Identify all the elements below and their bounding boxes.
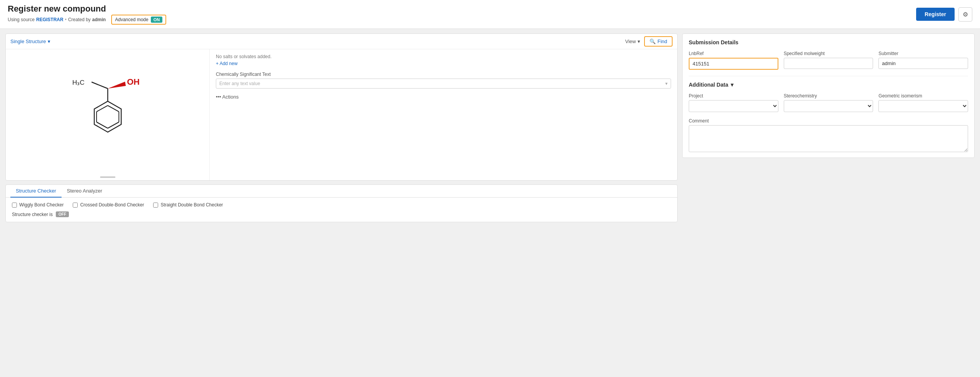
checker-options: Wiggly Bond Checker Crossed Double-Bond … — [12, 202, 671, 208]
chem-text-label: Chemically Significant Text — [216, 72, 671, 77]
additional-data-row1: Project Stereochemistry Geometric isomer… — [689, 93, 968, 112]
advanced-mode-label: Advanced mode — [115, 17, 149, 22]
chevron-down-icon-additional: ▾ — [731, 82, 733, 88]
additional-data-title: Additional Data — [689, 82, 728, 88]
svg-line-2 — [108, 122, 119, 128]
top-bar: Register new compound Using source REGIS… — [0, 0, 980, 29]
left-panel: Single Structure ▾ View ▾ 🔍 Find — [5, 34, 678, 222]
structure-drawing[interactable]: OH H₃C — [6, 49, 210, 180]
geometric-isomerism-field: Geometric isomerism — [878, 93, 968, 112]
advanced-mode-toggle[interactable]: ON — [151, 17, 163, 23]
straight-double-bond-checker-label: Straight Double Bond Checker — [160, 202, 223, 208]
crossed-double-bond-checker-option[interactable]: Crossed Double-Bond Checker — [73, 202, 144, 208]
wiggly-bond-checker-label: Wiggly Bond Checker — [19, 202, 63, 208]
tab-stereo-analyzer[interactable]: Stereo Analyzer — [62, 185, 108, 198]
main-content: Single Structure ▾ View ▾ 🔍 Find — [0, 29, 980, 227]
crossed-double-bond-checker-label: Crossed Double-Bond Checker — [80, 202, 144, 208]
actions-row[interactable]: ••• Actions — [216, 94, 671, 100]
scrollbar-handle — [100, 176, 115, 178]
svg-text:OH: OH — [127, 77, 140, 87]
view-label: View — [625, 39, 636, 44]
specified-molweight-field: Specified molweight — [784, 51, 873, 70]
project-select[interactable] — [689, 100, 778, 112]
stereochemistry-field: Stereochemistry — [784, 93, 873, 112]
chem-text-dropdown[interactable]: Enter any text value ▾ — [216, 79, 671, 89]
lnbref-field: LnbRef — [689, 51, 778, 70]
advanced-mode-badge[interactable]: Advanced mode ON — [111, 15, 166, 25]
svg-marker-8 — [108, 82, 126, 89]
lnbref-label: LnbRef — [689, 51, 778, 56]
comment-label: Comment — [689, 118, 968, 124]
top-bar-right: Register ⚙ — [916, 7, 972, 22]
structure-type-label: Single Structure — [10, 39, 46, 44]
settings-button[interactable]: ⚙ — [958, 7, 972, 22]
add-new-link[interactable]: + Add new — [216, 61, 671, 66]
tab-stereo-analyzer-label: Stereo Analyzer — [67, 188, 102, 194]
find-label: Find — [658, 39, 667, 44]
project-label: Project — [689, 93, 778, 99]
specified-molweight-input[interactable] — [784, 58, 873, 69]
stereochemistry-label: Stereochemistry — [784, 93, 873, 99]
structure-type-button[interactable]: Single Structure ▾ — [10, 39, 50, 44]
bottom-panel: Structure Checker Stereo Analyzer Wiggly… — [5, 184, 678, 222]
wiggly-bond-checker-option[interactable]: Wiggly Bond Checker — [12, 202, 63, 208]
structure-card-header: Single Structure ▾ View ▾ 🔍 Find — [6, 34, 677, 49]
checker-footer: Structure checker is OFF — [12, 211, 671, 217]
straight-double-bond-checker-option[interactable]: Straight Double Bond Checker — [153, 202, 223, 208]
comment-field: Comment — [689, 118, 968, 152]
user-name: admin — [92, 17, 106, 22]
checker-content: Wiggly Bond Checker Crossed Double-Bond … — [6, 198, 677, 222]
additional-data-header[interactable]: Additional Data ▾ — [689, 82, 968, 88]
add-new-label: + Add new — [216, 61, 237, 66]
svg-line-10 — [92, 82, 108, 89]
actions-label: ••• Actions — [216, 94, 239, 100]
source-name[interactable]: REGISTRAR — [36, 17, 63, 22]
using-source-label: Using source — [8, 17, 35, 22]
no-salts-text: No salts or solvates added. — [216, 54, 671, 59]
tab-structure-checker[interactable]: Structure Checker — [10, 185, 62, 198]
stereochemistry-select[interactable] — [784, 100, 873, 112]
page-title: Register new compound — [8, 4, 166, 14]
geometric-isomerism-select[interactable] — [878, 100, 968, 112]
svg-line-1 — [97, 122, 108, 128]
tabs-row: Structure Checker Stereo Analyzer — [6, 185, 677, 198]
submitter-label: Submitter — [878, 51, 968, 56]
gear-icon: ⚙ — [963, 11, 968, 18]
comment-textarea[interactable] — [689, 125, 968, 152]
submission-details-row: LnbRef Specified molweight Submitter — [689, 51, 968, 70]
structure-checker-state-toggle[interactable]: OFF — [56, 211, 69, 217]
specified-molweight-label: Specified molweight — [784, 51, 873, 56]
submitter-input[interactable] — [878, 58, 968, 69]
structure-card: Single Structure ▾ View ▾ 🔍 Find — [5, 34, 678, 181]
divider — [689, 76, 968, 76]
chem-text-placeholder: Enter any text value — [219, 81, 260, 86]
chevron-down-icon: ▾ — [48, 39, 50, 44]
project-field: Project — [689, 93, 778, 112]
subtitle-row: Using source REGISTRAR • Created by admi… — [8, 15, 166, 25]
wiggly-bond-checker-checkbox[interactable] — [12, 203, 17, 208]
geometric-isomerism-label: Geometric isomerism — [878, 93, 968, 99]
top-bar-left: Register new compound Using source REGIS… — [8, 4, 166, 25]
submission-details-title: Submission Details — [689, 39, 968, 45]
molecule-svg: OH H₃C — [65, 65, 150, 165]
straight-double-bond-checker-checkbox[interactable] — [153, 203, 158, 208]
crossed-double-bond-checker-checkbox[interactable] — [73, 203, 78, 208]
structure-body: OH H₃C No salts or solvates added. + Add… — [6, 49, 677, 180]
search-icon: 🔍 — [649, 39, 656, 44]
find-button[interactable]: 🔍 Find — [644, 36, 673, 47]
created-by-label: Created by — [68, 17, 91, 22]
chevron-down-icon-chem: ▾ — [665, 81, 668, 86]
lnbref-input[interactable] — [689, 58, 778, 70]
right-panel: Submission Details LnbRef Specified molw… — [682, 34, 975, 158]
svg-text:H₃C: H₃C — [72, 79, 85, 86]
structure-checker-is-label: Structure checker is — [12, 212, 53, 217]
chevron-down-icon-view: ▾ — [638, 39, 640, 44]
view-button[interactable]: View ▾ — [625, 39, 640, 44]
submitter-field: Submitter — [878, 51, 968, 70]
register-button[interactable]: Register — [916, 8, 955, 21]
structure-sidebar: No salts or solvates added. + Add new Ch… — [210, 49, 677, 180]
tab-structure-checker-label: Structure Checker — [16, 188, 56, 194]
